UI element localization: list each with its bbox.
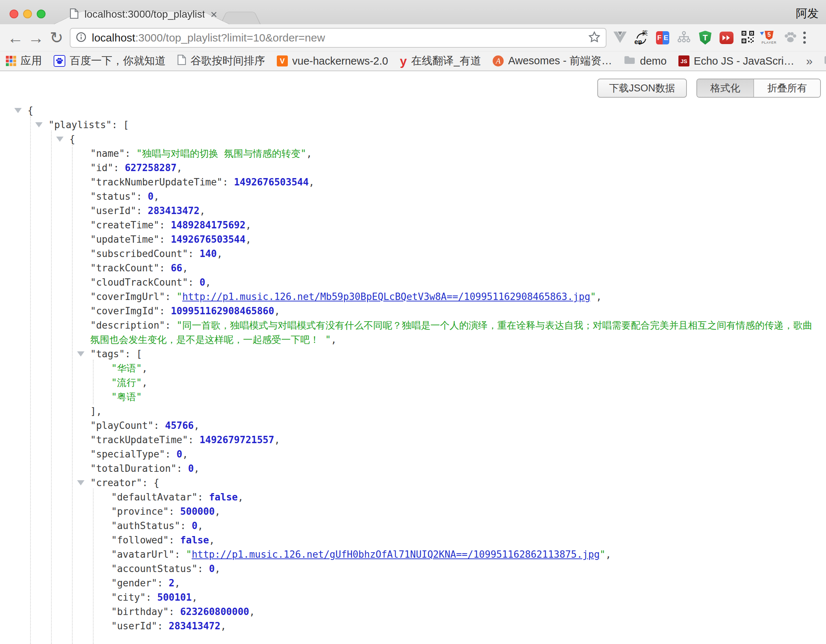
json-number-value: 1489284175692 <box>171 220 245 231</box>
json-punctuation: : <box>154 420 165 431</box>
json-key: "tags" <box>90 348 125 360</box>
json-punctuation: , <box>249 606 255 617</box>
json-punctuation: : <box>174 549 186 560</box>
json-url-link[interactable]: http://p1.music.126.net/gUfH0bhzOfAl71NU… <box>192 549 599 560</box>
chrome-menu-icon[interactable] <box>802 30 807 45</box>
json-line: "followed": false, <box>0 533 826 548</box>
json-line: "userId": 283413472, <box>0 204 826 218</box>
other-bookmarks-folder[interactable]: 其他书签 <box>824 54 826 68</box>
bookmark-item[interactable]: 应用 <box>6 54 42 68</box>
json-key: "followed" <box>111 535 169 546</box>
bookmark-item[interactable]: JSEcho JS - JavaScri… <box>678 55 795 67</box>
json-line: "id": 627258287, <box>0 161 826 175</box>
collapse-triangle-icon[interactable] <box>77 351 84 357</box>
bookmark-label: 谷歌按时间排序 <box>191 54 265 68</box>
apps-grid-icon <box>6 56 16 66</box>
collapse-triangle-icon[interactable] <box>14 108 22 113</box>
bookmark-label: Awesomes - 前端资… <box>508 54 612 68</box>
json-punctuation: : <box>159 306 171 317</box>
forward-icon[interactable]: → <box>26 28 46 48</box>
json-punctuation: ], <box>90 406 102 417</box>
bookmark-item[interactable]: y在线翻译_有道 <box>400 54 481 68</box>
download-json-button[interactable]: 下载JSON数据 <box>597 79 687 98</box>
json-punctuation: , <box>306 148 312 159</box>
json-punctuation: , <box>220 621 226 632</box>
bookmark-item[interactable]: AAwesomes - 前端资… <box>493 54 612 68</box>
json-punctuation: : <box>159 234 171 245</box>
json-punctuation: : <box>188 435 199 445</box>
json-string-value: "粤语" <box>111 391 142 402</box>
json-punctuation: , <box>194 420 200 431</box>
bookmark-star-icon[interactable] <box>588 31 601 45</box>
collapse-triangle-icon[interactable] <box>56 137 64 142</box>
tab-close-icon[interactable]: × <box>210 8 217 20</box>
fast-forward-icon[interactable] <box>719 30 734 45</box>
json-line: "userId": 283413472, <box>0 619 826 633</box>
browser-tab[interactable]: localhost:3000/top_playlist?lim × <box>54 3 230 24</box>
reload-icon[interactable]: ↻ <box>46 28 67 48</box>
paw-icon[interactable] <box>783 30 798 45</box>
json-key: "cloudTrackCount" <box>90 277 188 288</box>
json-punctuation: : { <box>142 477 159 488</box>
json-string-value: "流行" <box>111 377 142 388</box>
bookmark-item[interactable]: demo <box>624 55 667 67</box>
bookmark-item[interactable]: 百度一下，你就知道 <box>54 54 166 68</box>
qr-code-icon[interactable] <box>740 30 756 45</box>
json-key: "playCount" <box>90 420 154 431</box>
info-icon[interactable] <box>76 31 87 44</box>
json-key: "defaultAvatar" <box>111 492 197 503</box>
shield-t-icon[interactable]: T <box>697 30 713 45</box>
json-number-value: false <box>180 535 209 546</box>
json-key: "description" <box>90 320 165 331</box>
json-string-value: "同一首歌，独唱模式与对唱模式有没有什么不同呢？独唱是一个人的演绎，重在诠释与表… <box>90 320 812 345</box>
json-punctuation: : [ <box>125 348 142 360</box>
format-button[interactable]: 格式化 <box>697 79 754 97</box>
json-punctuation: : <box>180 520 192 531</box>
indent-guide <box>51 131 52 644</box>
collapse-triangle-icon[interactable] <box>35 122 43 127</box>
vue-devtools-icon[interactable] <box>612 30 628 45</box>
close-window-button[interactable] <box>9 9 19 19</box>
json-punctuation: { <box>69 133 75 145</box>
bookmarks-overflow-icon[interactable]: » <box>806 54 813 68</box>
fe-icon[interactable]: FE <box>655 30 670 45</box>
collapse-triangle-icon[interactable] <box>77 480 84 486</box>
json-key: "trackNumberUpdateTime" <box>90 177 222 188</box>
json-key: "gender" <box>111 577 157 588</box>
json-url-link[interactable]: http://p1.music.126.net/Mb59p30BpEQLcBQe… <box>182 291 590 302</box>
json-line: "playCount": 45766, <box>0 419 826 433</box>
json-punctuation: : <box>169 606 180 617</box>
bookmarks-list: 应用百度一下，你就知道谷歌按时间排序Vvue-hackernews-2.0y在线… <box>6 54 795 68</box>
json-line: "defaultAvatar": false, <box>0 490 826 504</box>
bookmark-item[interactable]: Vvue-hackernews-2.0 <box>277 55 388 67</box>
sitemap-icon[interactable] <box>676 30 692 45</box>
json-punctuation: : <box>188 248 199 259</box>
bookmark-item[interactable]: 谷歌按时间排序 <box>177 54 265 68</box>
json-quote: " <box>600 549 606 560</box>
json-key: "authStatus" <box>111 520 180 531</box>
json-punctuation: , <box>274 435 280 445</box>
json-punctuation: : <box>165 320 177 331</box>
json-key: "province" <box>111 506 169 517</box>
profile-name[interactable]: 阿发 <box>796 6 819 21</box>
url-bar[interactable]: localhost:3000/top_playlist?limit=10&ord… <box>70 28 607 48</box>
json-viewer-actions: 下载JSON数据 格式化 折叠所有 <box>597 79 821 98</box>
collapse-all-button[interactable]: 折叠所有 <box>754 79 820 97</box>
json-key: "userId" <box>90 205 136 216</box>
json-punctuation: , <box>274 306 280 317</box>
json-punctuation: , <box>199 205 205 216</box>
json-line: "粤语" <box>0 390 826 404</box>
html5-player-icon[interactable]: 5PLAYER <box>761 30 777 45</box>
bookmark-label: 在线翻译_有道 <box>411 54 481 68</box>
back-icon[interactable]: ← <box>5 28 26 48</box>
url-text[interactable]: localhost:3000/top_playlist?limit=10&ord… <box>92 31 583 44</box>
json-punctuation: : <box>146 592 157 603</box>
minimize-window-button[interactable] <box>23 9 32 19</box>
translate-icon[interactable]: en英 <box>633 30 649 45</box>
json-line: { <box>0 132 826 146</box>
json-line: "createTime": 1489284175692, <box>0 218 826 233</box>
zoom-window-button[interactable] <box>37 9 45 19</box>
page-content: 下载JSON数据 格式化 折叠所有 {"playlists": [{"name"… <box>0 71 826 644</box>
tab-title: localhost:3000/top_playlist?lim <box>84 8 205 20</box>
json-punctuation: , <box>215 563 220 574</box>
